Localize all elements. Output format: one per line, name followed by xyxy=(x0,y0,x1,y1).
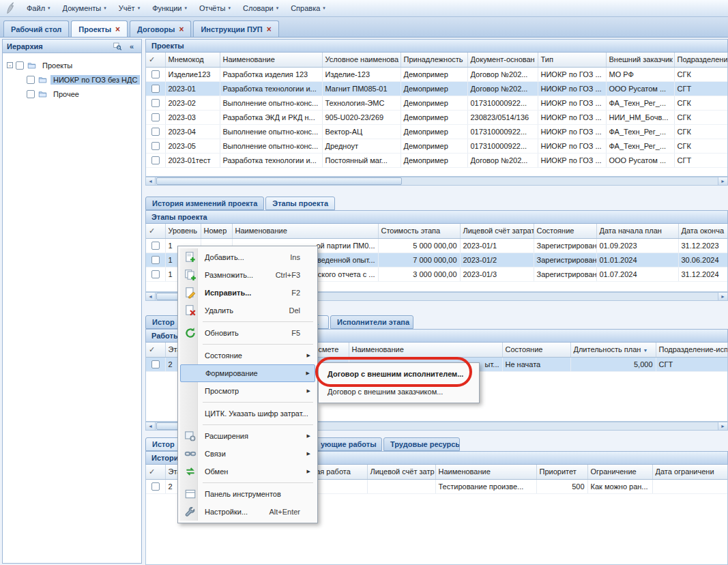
column-header[interactable]: Номер xyxy=(201,224,232,238)
context-menu-item[interactable]: ЦИТК. Указать шифр затрат... xyxy=(180,405,315,422)
row-checkbox[interactable] xyxy=(151,242,160,250)
menubar-item-7[interactable]: Справка▾ xyxy=(285,1,332,15)
context-menu-item[interactable]: Расширения▶ xyxy=(180,427,315,445)
menubar-item-2[interactable]: Документы▾ xyxy=(57,1,113,15)
tree-checkbox[interactable] xyxy=(27,76,35,84)
resources-tab-3[interactable]: Трудовые ресурсы xyxy=(383,437,460,451)
column-header[interactable]: Подразделение xyxy=(674,53,728,67)
submenu-item[interactable]: Договор с внешним заказчиком... xyxy=(321,383,477,401)
stages-tab-2[interactable]: Этапы проекта xyxy=(265,197,335,210)
collapse-panel-icon[interactable]: « xyxy=(126,41,137,51)
context-menu-item[interactable]: Просмотр▶ xyxy=(180,382,315,400)
context-menu-item[interactable]: Исправить...F2 xyxy=(180,284,315,302)
column-header[interactable]: Приоритет xyxy=(536,465,587,479)
column-header[interactable]: Наименование xyxy=(349,343,502,357)
tab-4[interactable]: Инструкции ПУП× xyxy=(193,20,278,37)
column-header[interactable]: Документ-основан xyxy=(467,53,538,67)
menubar-item-1[interactable]: Файл▾ xyxy=(20,1,57,15)
column-header[interactable]: Дата ограничени xyxy=(652,465,728,479)
select-all-header[interactable]: ✓ xyxy=(146,224,165,238)
column-header[interactable]: Наименование xyxy=(220,53,322,67)
tree-expander-icon[interactable]: - xyxy=(7,62,13,68)
submenu-item[interactable]: Договор с внешним исполнителем... xyxy=(321,365,477,383)
column-header[interactable]: Условное наименова xyxy=(322,53,401,67)
works-tab-3[interactable]: Исполнители этапа xyxy=(330,315,413,329)
tree-node[interactable]: -Проекты xyxy=(5,58,139,72)
scroll-left-icon[interactable]: ◄ xyxy=(146,422,156,430)
context-menu-item[interactable]: Связи▶ xyxy=(180,445,315,463)
scroll-right-icon[interactable]: ► xyxy=(718,293,727,300)
scroll-left-icon[interactable]: ◄ xyxy=(146,293,156,300)
context-menu-item[interactable]: УдалитьDel xyxy=(180,302,315,319)
column-header[interactable]: Лицевой счёт затрат xyxy=(460,224,534,238)
scroll-right-icon[interactable]: ► xyxy=(718,422,727,430)
table-row[interactable]: 2023-01тестРазработка технологии и...Пос… xyxy=(146,153,728,167)
table-row[interactable]: 2023-02Выполнение опытно-конс...Технолог… xyxy=(146,96,728,110)
context-menu-item[interactable]: Формирование▶ xyxy=(180,364,315,382)
column-header[interactable]: Длительность план▼ xyxy=(570,343,656,357)
context-menu-item[interactable]: Размножить...Ctrl+F3 xyxy=(180,266,315,284)
row-checkbox[interactable] xyxy=(151,256,160,264)
tree-checkbox[interactable] xyxy=(16,61,24,70)
table-row[interactable]: 2023-01Разработка технологии и...Магнит … xyxy=(146,81,728,96)
column-header[interactable]: Состояние xyxy=(534,224,596,238)
tree-checkbox[interactable] xyxy=(27,90,35,98)
tree-node-label[interactable]: НИОКР по ГОЗ без НДС xyxy=(50,75,140,85)
row-checkbox[interactable] xyxy=(151,142,160,150)
stages-tab-1[interactable]: История изменений проекта xyxy=(145,197,264,210)
tab-close-icon[interactable]: × xyxy=(267,25,272,33)
search-icon[interactable] xyxy=(112,41,123,51)
tree-node-label[interactable]: Проекты xyxy=(40,61,75,70)
column-header[interactable]: Подразделение-испо xyxy=(656,343,728,357)
tab-close-icon[interactable]: × xyxy=(115,25,120,33)
tree-node[interactable]: Прочее xyxy=(5,87,139,101)
column-header[interactable]: Наименование xyxy=(232,224,378,238)
tab-2[interactable]: Проекты× xyxy=(71,20,128,37)
select-all-header[interactable]: ✓ xyxy=(146,343,165,357)
tab-close-icon[interactable]: × xyxy=(179,25,184,33)
table-row[interactable]: 2023-04Выполнение опытно-конс...Вектор-А… xyxy=(146,124,728,139)
column-header[interactable]: Мнемокод xyxy=(165,53,220,67)
column-header[interactable]: Принадлежность xyxy=(401,53,467,67)
row-checkbox[interactable] xyxy=(151,99,160,107)
column-header[interactable]: Наименование xyxy=(435,465,536,479)
tree-node[interactable]: НИОКР по ГОЗ без НДС xyxy=(5,72,139,87)
row-checkbox[interactable] xyxy=(151,113,160,121)
row-checkbox[interactable] xyxy=(151,270,160,278)
projects-hscrollbar[interactable]: ◄► xyxy=(145,177,728,186)
select-all-header[interactable]: ✓ xyxy=(146,465,165,479)
menubar-item-5[interactable]: Отчёты▾ xyxy=(193,1,237,15)
menubar-item-4[interactable]: Функции▾ xyxy=(146,1,193,15)
column-header[interactable]: Уровень xyxy=(165,224,201,238)
column-header[interactable]: Состояние xyxy=(502,343,570,357)
tab-1[interactable]: Рабочий стол xyxy=(3,20,69,37)
row-checkbox[interactable] xyxy=(151,360,160,368)
scroll-left-icon[interactable]: ◄ xyxy=(146,177,156,185)
column-header[interactable]: Дата оконча xyxy=(678,224,728,238)
menubar-item-3[interactable]: Учёт▾ xyxy=(113,1,146,15)
select-all-header[interactable]: ✓ xyxy=(146,53,165,67)
menubar-item-6[interactable]: Словари▾ xyxy=(237,1,285,15)
scroll-right-icon[interactable]: ► xyxy=(718,177,727,185)
context-menu-item[interactable]: Панель инструментов xyxy=(180,485,315,503)
table-row[interactable]: 2023-05Выполнение опытно-конс...Дредноут… xyxy=(146,139,728,153)
scroll-thumb[interactable] xyxy=(156,177,402,185)
row-checkbox[interactable] xyxy=(151,156,160,164)
column-header[interactable]: Дата начала план xyxy=(596,224,678,238)
column-header[interactable]: Ограничение xyxy=(587,465,652,479)
resources-tab-2[interactable]: ующие работы xyxy=(314,437,382,451)
column-header[interactable]: Лицевой счёт затр xyxy=(367,465,435,479)
column-header[interactable]: Стоимость этапа xyxy=(378,224,460,238)
context-menu-item[interactable]: Добавить...Ins xyxy=(180,248,315,266)
context-menu-item[interactable]: Настройки...Alt+Enter xyxy=(180,503,315,521)
column-header[interactable]: Внешний заказчик xyxy=(606,53,674,67)
context-menu-item[interactable]: Обмен▶ xyxy=(180,463,315,480)
row-checkbox[interactable] xyxy=(151,70,160,78)
column-header[interactable]: Тип xyxy=(538,53,606,67)
context-menu-item[interactable]: ОбновитьF5 xyxy=(180,324,315,342)
tree-node-label[interactable]: Прочее xyxy=(50,89,82,99)
tab-3[interactable]: Договоры× xyxy=(130,20,191,37)
row-checkbox[interactable] xyxy=(151,85,160,93)
row-checkbox[interactable] xyxy=(151,482,160,491)
context-menu-item[interactable]: Состояние▶ xyxy=(180,347,315,364)
